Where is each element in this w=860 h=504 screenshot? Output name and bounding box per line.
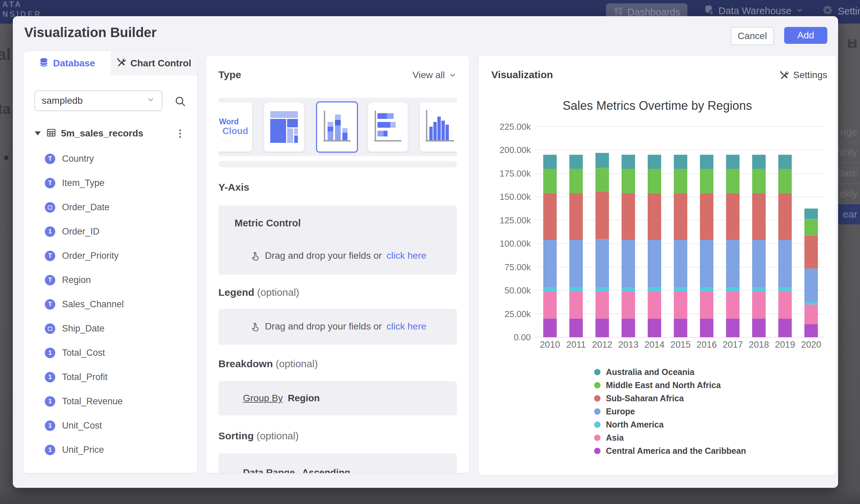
add-button[interactable]: Add <box>784 27 827 44</box>
table-tree-header[interactable]: 5m_sales_records <box>24 126 197 141</box>
field-row-order_id[interactable]: 1Order_ID <box>24 219 197 244</box>
legend-dot <box>594 448 601 454</box>
bar-segment <box>596 288 609 291</box>
legend-item[interactable]: Asia <box>594 431 746 444</box>
number-field-icon: 1 <box>45 420 55 431</box>
field-row-ship_date[interactable]: Ship_Date <box>24 316 197 341</box>
field-row-total_revenue[interactable]: 1Total_Revenue <box>24 389 197 413</box>
click-here-link[interactable]: click here <box>387 321 426 332</box>
legend-label: Middle East and North Africa <box>606 380 721 390</box>
bar-segment <box>700 155 713 169</box>
kebab-menu-icon[interactable] <box>179 129 181 138</box>
nav-label: Data Warehouse <box>718 5 792 16</box>
bar-segment <box>778 291 792 319</box>
bar-segment <box>778 240 792 288</box>
bar-segment <box>752 169 766 193</box>
group-by-value: Region <box>288 393 320 404</box>
backdrop-bottom <box>0 488 860 504</box>
field-row-order_priority[interactable]: TOrder_Priority <box>24 244 197 268</box>
bar-segment <box>804 324 818 337</box>
bar-segment <box>570 155 583 169</box>
nav-item-data-warehouse[interactable]: Data Warehouse <box>704 4 804 17</box>
number-field-icon: 1 <box>45 348 55 358</box>
bar-segment <box>543 155 557 169</box>
bar-segment <box>648 193 661 240</box>
svg-text:150.00k: 150.00k <box>499 192 531 202</box>
bar-segment <box>752 193 766 240</box>
metric-control-dropzone[interactable]: Metric Control <box>218 205 457 275</box>
bar-segment <box>596 191 609 239</box>
field-label: Item_Type <box>62 178 104 188</box>
chart-type-word-cloud-card[interactable]: ··· ··· Word Cloud ··· ···· <box>218 102 252 152</box>
chart-type-treemap-card[interactable] <box>264 102 304 152</box>
legend-dot <box>594 435 601 441</box>
x-axis-label: 2014 <box>644 340 664 350</box>
field-label: Order_ID <box>62 226 99 237</box>
field-row-country[interactable]: TCountry <box>24 146 197 171</box>
collapse-caret-icon[interactable] <box>35 131 41 135</box>
tab-label: Chart Control <box>130 58 191 69</box>
bar-segment <box>543 288 557 291</box>
cancel-button[interactable]: Cancel <box>731 27 774 45</box>
chart-type-column-card[interactable] <box>420 102 457 152</box>
bar-segment <box>570 193 583 240</box>
field-row-sales_channel[interactable]: TSales_Channel <box>24 292 197 316</box>
bar-segment <box>596 291 609 319</box>
legend-item[interactable]: Central America and the Caribbean <box>594 444 746 458</box>
database-select[interactable]: sampledb <box>34 90 162 111</box>
field-row-total_cost[interactable]: 1Total_Cost <box>24 341 197 365</box>
field-row-unit_cost[interactable]: 1Unit_Cost <box>24 413 197 438</box>
legend-item[interactable]: Middle East and North Africa <box>594 379 746 392</box>
group-by-link[interactable]: Group By <box>243 393 283 404</box>
svg-text:100.00k: 100.00k <box>499 239 531 249</box>
database-select-value: sampledb <box>42 95 83 106</box>
tab-database[interactable]: Database <box>24 51 111 75</box>
chevron-down-icon <box>146 95 155 106</box>
field-row-unit_price[interactable]: 1Unit_Price <box>24 438 197 462</box>
legend-item[interactable]: Europe <box>594 405 746 418</box>
word-cloud-word: Word <box>219 117 239 126</box>
table-icon <box>46 128 56 139</box>
chart-type-stacked-column-card[interactable] <box>316 101 358 153</box>
sorting-field-label[interactable]: Data Range <box>243 467 295 473</box>
field-row-region[interactable]: TRegion <box>24 268 197 292</box>
legend-item[interactable]: North America <box>594 418 746 431</box>
chart-type-stacked-bar-card[interactable] <box>368 102 408 152</box>
number-field-icon: 1 <box>45 445 55 455</box>
bar-segment <box>726 288 740 291</box>
modal-title: Visualization Builder <box>24 25 157 40</box>
field-row-item_type[interactable]: TItem_Type <box>24 171 197 195</box>
legend-item[interactable]: Sub-Saharan Africa <box>594 392 746 405</box>
bar-segment <box>726 291 740 319</box>
number-field-icon: 1 <box>45 396 55 407</box>
bar-segment <box>622 155 635 169</box>
metric-control-label: Metric Control <box>234 218 301 229</box>
x-axis-label: 2010 <box>540 340 560 350</box>
bar-segment <box>726 240 740 288</box>
search-icon[interactable] <box>174 95 187 109</box>
bar-segment <box>752 288 766 291</box>
field-label: Order_Date <box>62 202 110 213</box>
breakdown-dropzone[interactable]: Group By Region <box>218 381 457 415</box>
tab-chart-control[interactable]: Chart Control <box>111 51 198 75</box>
bar-segment <box>726 318 740 337</box>
bar-segment <box>726 193 740 240</box>
bar-segment <box>622 193 635 240</box>
bar-segment <box>778 318 792 337</box>
legend-item[interactable]: Australia and Oceania <box>594 365 746 379</box>
y-axis-drag-hint: Drag and drop your fields or click here <box>249 250 426 261</box>
field-label: Unit_Cost <box>62 420 102 431</box>
view-all-dropdown[interactable]: View all <box>388 70 457 81</box>
x-axis-label: 2018 <box>749 340 769 350</box>
settings-button[interactable]: Settings <box>775 70 827 81</box>
bar-segment <box>778 288 792 291</box>
field-row-order_date[interactable]: Order_Date <box>24 195 197 219</box>
legend-label: North America <box>606 420 663 430</box>
click-here-link[interactable]: click here <box>387 250 426 261</box>
sorting-dropzone[interactable]: Data Range Ascending <box>218 453 457 473</box>
bar-segment <box>700 240 713 288</box>
save-icon[interactable] <box>846 37 859 51</box>
type-strip-scrollbar[interactable] <box>218 161 457 168</box>
field-row-total_profit[interactable]: 1Total_Profit <box>24 365 197 389</box>
brand-line1: ATA <box>2 1 42 9</box>
